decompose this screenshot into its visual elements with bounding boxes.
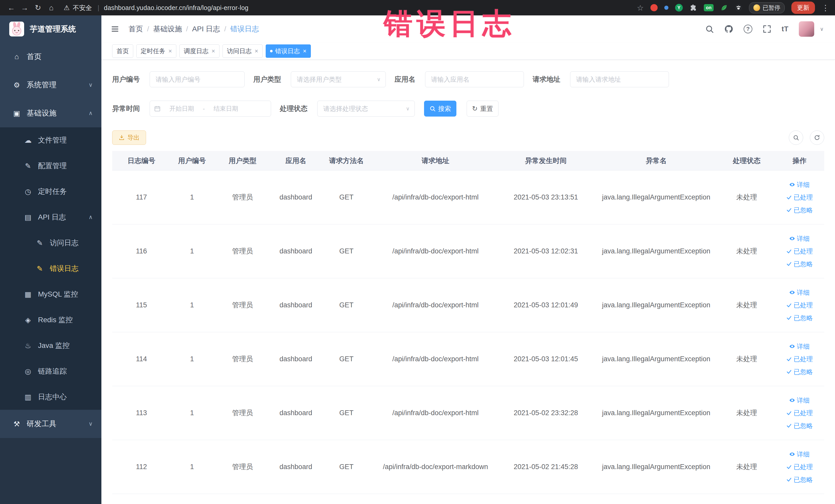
ignored-link[interactable]: 已忽略 bbox=[786, 367, 813, 377]
on-badge-extension-icon[interactable]: on bbox=[704, 4, 714, 11]
detail-link[interactable]: 详细 bbox=[789, 180, 810, 189]
sidebar-item-error-log[interactable]: ✎错误日志 bbox=[0, 256, 101, 281]
start-date-input[interactable] bbox=[162, 105, 201, 112]
sidebar-item-java-monitor[interactable]: ♨Java 监控 bbox=[0, 333, 101, 358]
close-icon[interactable]: × bbox=[168, 47, 172, 55]
sidebar-item-home[interactable]: ⌂首页 bbox=[0, 43, 101, 71]
sidebar-item-infrastructure[interactable]: ▣基础设施∧ bbox=[0, 99, 101, 127]
export-button[interactable]: 导出 bbox=[112, 130, 146, 145]
logo[interactable]: 芋道管理系统 bbox=[0, 15, 101, 43]
font-size-icon[interactable]: tT bbox=[781, 25, 789, 33]
cell-app-name: dashboard bbox=[272, 246, 320, 256]
breadcrumb-item[interactable]: API 日志 bbox=[192, 24, 220, 34]
process-status-select-input[interactable] bbox=[317, 101, 415, 117]
process-status-select[interactable]: ∨ bbox=[317, 101, 415, 117]
sidebar-item-file-management[interactable]: ☁文件管理 bbox=[0, 127, 101, 153]
search-button[interactable]: 搜索 bbox=[424, 101, 456, 117]
user-avatar[interactable] bbox=[799, 21, 814, 37]
search-icon[interactable] bbox=[705, 25, 714, 33]
cell-request-url: /api/infra/db-doc/export-html bbox=[373, 300, 498, 310]
detail-link[interactable]: 详细 bbox=[789, 288, 810, 297]
cell-log-id: 115 bbox=[112, 300, 171, 310]
tab-label: 访问日志 bbox=[227, 47, 251, 55]
tab-schedule-log[interactable]: 调度日志× bbox=[179, 44, 220, 58]
user-type-select[interactable]: ∨ bbox=[291, 72, 386, 87]
sidebar-item-config-management[interactable]: ✎配置管理 bbox=[0, 153, 101, 179]
processed-link[interactable]: 已处理 bbox=[786, 300, 813, 310]
tab-scheduled-tasks[interactable]: 定时任务× bbox=[136, 44, 176, 58]
end-date-input[interactable] bbox=[206, 105, 245, 112]
close-icon[interactable]: × bbox=[211, 47, 215, 55]
user-id-input[interactable] bbox=[150, 72, 245, 87]
ignored-link[interactable]: 已忽略 bbox=[786, 421, 813, 430]
leaf-extension-icon[interactable] bbox=[720, 4, 728, 12]
paw-extension-icon[interactable] bbox=[735, 4, 742, 12]
extensions-puzzle-icon[interactable] bbox=[690, 4, 697, 12]
app-name-input[interactable] bbox=[425, 72, 524, 87]
sidebar-item-access-log[interactable]: ✎访问日志 bbox=[0, 230, 101, 256]
paused-extension-badge[interactable]: 已暂停 bbox=[749, 2, 785, 13]
tab-error-log[interactable]: 错误日志× bbox=[266, 44, 311, 58]
check-icon bbox=[786, 410, 792, 416]
home-icon[interactable]: ⌂ bbox=[46, 4, 57, 12]
forward-icon[interactable]: → bbox=[19, 4, 30, 12]
reload-icon[interactable]: ↻ bbox=[32, 3, 44, 12]
tab-bar: 首页定时任务×调度日志×访问日志×错误日志× bbox=[101, 43, 835, 60]
search-toggle-button[interactable] bbox=[789, 130, 803, 145]
ignored-link[interactable]: 已忽略 bbox=[786, 475, 813, 484]
sidebar-item-trace[interactable]: ◎链路追踪 bbox=[0, 358, 101, 384]
reset-button[interactable]: ↻ 重置 bbox=[467, 101, 498, 117]
refresh-button[interactable] bbox=[810, 130, 824, 145]
cell-log-id: 117 bbox=[112, 192, 171, 202]
table-row: 1141管理员dashboardGET/api/infra/db-doc/exp… bbox=[112, 332, 824, 386]
close-icon[interactable]: × bbox=[303, 47, 306, 55]
sidebar-item-log-center[interactable]: ▥日志中心 bbox=[0, 384, 101, 410]
detail-link[interactable]: 详细 bbox=[789, 396, 810, 405]
process-status-label: 处理状态 bbox=[280, 104, 307, 113]
ignored-link[interactable]: 已忽略 bbox=[786, 259, 813, 268]
green-y-extension-icon[interactable]: Y bbox=[675, 4, 683, 12]
detail-link[interactable]: 详细 bbox=[789, 234, 810, 243]
detail-link[interactable]: 详细 bbox=[789, 449, 810, 459]
user-type-select-input[interactable] bbox=[291, 72, 386, 87]
sidebar-item-system-management[interactable]: ⚙系统管理∨ bbox=[0, 71, 101, 99]
browser-update-button[interactable]: 更新 bbox=[791, 2, 815, 14]
processed-link[interactable]: 已处理 bbox=[786, 354, 813, 364]
processed-link[interactable]: 已处理 bbox=[786, 193, 813, 202]
kebab-menu-icon[interactable]: ⋮ bbox=[822, 3, 829, 12]
blue-dot-extension-icon[interactable] bbox=[664, 6, 668, 10]
filter-exception-time: 异常时间 - bbox=[112, 101, 271, 117]
back-icon[interactable]: ← bbox=[6, 4, 17, 12]
breadcrumb-item[interactable]: 首页 bbox=[128, 24, 143, 34]
fullscreen-icon[interactable] bbox=[762, 25, 771, 33]
sidebar-collapse-icon[interactable] bbox=[110, 25, 120, 33]
sidebar-item-api-log[interactable]: ▤API 日志∧ bbox=[0, 204, 101, 230]
detail-link[interactable]: 详细 bbox=[789, 342, 810, 351]
sidebar-item-dev-tools[interactable]: ⚒研发工具∨ bbox=[0, 410, 101, 438]
exception-time-range-picker[interactable]: - bbox=[150, 101, 271, 117]
cell-log-id: 112 bbox=[112, 462, 171, 472]
chevron-down-icon[interactable]: ∨ bbox=[820, 26, 824, 32]
tab-access-log[interactable]: 访问日志× bbox=[223, 44, 263, 58]
close-icon[interactable]: × bbox=[254, 47, 258, 55]
cell-user-id: 1 bbox=[171, 462, 213, 472]
site-security[interactable]: ⚠ 不安全 | bbox=[64, 4, 102, 12]
address-url[interactable]: dashboard.yudao.iocoder.cn/infra/log/api… bbox=[104, 4, 248, 12]
ignored-link[interactable]: 已忽略 bbox=[786, 313, 813, 322]
processed-link[interactable]: 已处理 bbox=[786, 246, 813, 256]
ignored-link[interactable]: 已忽略 bbox=[786, 205, 813, 215]
tab-home[interactable]: 首页 bbox=[112, 44, 133, 58]
processed-link[interactable]: 已处理 bbox=[786, 462, 813, 471]
sidebar-item-mysql-monitor[interactable]: ▦MySQL 监控 bbox=[0, 281, 101, 307]
processed-link[interactable]: 已处理 bbox=[786, 408, 813, 418]
detail-link-label: 详细 bbox=[797, 396, 810, 405]
breadcrumb-item[interactable]: 基础设施 bbox=[153, 24, 182, 34]
github-icon[interactable] bbox=[724, 24, 733, 34]
bookmark-star-icon[interactable]: ☆ bbox=[637, 3, 644, 12]
red-extension-icon[interactable] bbox=[650, 4, 658, 11]
check-icon bbox=[786, 369, 792, 375]
sidebar-item-redis-monitor[interactable]: ◈Redis 监控 bbox=[0, 307, 101, 333]
sidebar-item-scheduled-tasks[interactable]: ◷定时任务 bbox=[0, 179, 101, 204]
help-icon[interactable]: ? bbox=[744, 25, 752, 33]
request-url-input[interactable] bbox=[570, 72, 669, 87]
